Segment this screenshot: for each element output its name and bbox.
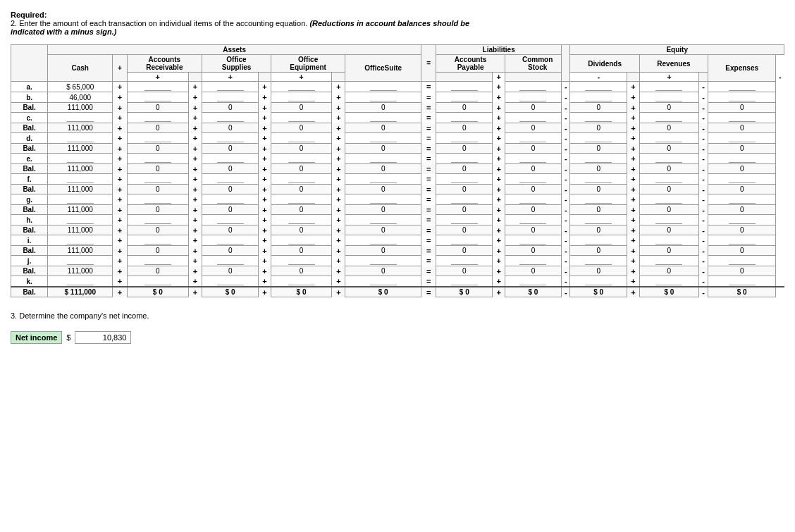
row-d-div-input[interactable] (585, 134, 612, 142)
row-f-supplies-input[interactable] (217, 175, 244, 183)
row-d-equip-input[interactable] (288, 134, 315, 142)
row-g-supplies-input[interactable] (217, 195, 244, 204)
row-c-ar-input[interactable] (144, 113, 171, 122)
row-b-ap-input[interactable] (451, 93, 478, 101)
row-b-ar-input[interactable] (144, 93, 171, 101)
row-h-equip-input[interactable] (288, 216, 315, 224)
row-f-stock-input[interactable] (519, 175, 546, 183)
row-g-ar-input[interactable] (144, 195, 171, 204)
row-i-rev-input[interactable] (655, 236, 682, 245)
row-j-cash-input[interactable] (67, 256, 94, 265)
row-i-suite-input[interactable] (370, 236, 397, 245)
row-e-rev-input[interactable] (655, 154, 682, 163)
row-f-rev-input[interactable] (655, 175, 682, 183)
row-h-stock-input[interactable] (519, 216, 546, 224)
row-f-div-input[interactable] (585, 175, 612, 183)
row-e-ar-input[interactable] (144, 154, 171, 163)
row-f-cash-input[interactable] (67, 175, 94, 183)
row-b-stock-input[interactable] (519, 93, 546, 101)
row-j-ap-input[interactable] (451, 256, 478, 265)
row-i-equip-input[interactable] (288, 236, 315, 245)
row-c-rev-input[interactable] (655, 113, 682, 122)
row-j-suite-input[interactable] (370, 256, 397, 265)
row-f-equip-input[interactable] (288, 175, 315, 183)
row-d-suite-input[interactable] (370, 134, 397, 142)
row-i-div-input[interactable] (585, 236, 612, 245)
row-g-stock-input[interactable] (519, 195, 546, 204)
row-d-stock-input[interactable] (519, 134, 546, 142)
row-h-cash-input[interactable] (67, 216, 94, 224)
row-e-exp-input[interactable] (729, 154, 756, 163)
row-e-equip-input[interactable] (288, 154, 315, 163)
row-k-div-input[interactable] (585, 277, 612, 285)
row-j-exp-input[interactable] (729, 256, 756, 265)
row-i-stock-input[interactable] (519, 236, 546, 245)
row-e-supplies-input[interactable] (217, 154, 244, 163)
row-c-ap-input[interactable] (451, 113, 478, 122)
row-g-suite-input[interactable] (370, 195, 397, 204)
row-k-cash-input[interactable] (67, 277, 94, 285)
row-f-ar-input[interactable] (144, 175, 171, 183)
row-e-cash-input[interactable] (67, 154, 94, 163)
row-e-suite-input[interactable] (370, 154, 397, 163)
row-j-equip-input[interactable] (288, 256, 315, 265)
row-h-ar-input[interactable] (144, 216, 171, 224)
row-c-stock-input[interactable] (519, 113, 546, 122)
row-h-rev-input[interactable] (655, 216, 682, 224)
row-d-cash-input[interactable] (67, 134, 94, 142)
row-d-supplies-input[interactable] (217, 134, 244, 142)
row-g-div-input[interactable] (585, 195, 612, 204)
row-a-ar-input[interactable] (144, 82, 171, 91)
row-e-ap-input[interactable] (451, 154, 478, 163)
row-g-rev-input[interactable] (655, 195, 682, 204)
row-b-exp-input[interactable] (729, 93, 756, 101)
row-f-suite-input[interactable] (370, 175, 397, 183)
row-a-exp-input[interactable] (729, 82, 756, 91)
row-g-equip-input[interactable] (288, 195, 315, 204)
row-h-suite-input[interactable] (370, 216, 397, 224)
row-h-ap-input[interactable] (451, 216, 478, 224)
row-c-supplies-input[interactable] (217, 113, 244, 122)
row-a-supplies-input[interactable] (217, 82, 244, 91)
row-k-equip-input[interactable] (288, 277, 315, 285)
row-d-ar-input[interactable] (144, 134, 171, 142)
row-b-rev-input[interactable] (655, 93, 682, 101)
row-j-ar-input[interactable] (144, 256, 171, 265)
row-i-ap-input[interactable] (451, 236, 478, 245)
row-a-rev-input[interactable] (655, 82, 682, 91)
row-b-suite-input[interactable] (370, 93, 397, 101)
row-h-supplies-input[interactable] (217, 216, 244, 224)
row-h-div-input[interactable] (585, 216, 612, 224)
row-e-div-input[interactable] (585, 154, 612, 163)
row-f-ap-input[interactable] (451, 175, 478, 183)
row-j-rev-input[interactable] (655, 256, 682, 265)
row-j-div-input[interactable] (585, 256, 612, 265)
row-a-div-input[interactable] (585, 82, 612, 91)
row-c-div-input[interactable] (585, 113, 612, 122)
row-d-rev-input[interactable] (655, 134, 682, 142)
row-d-ap-input[interactable] (451, 134, 478, 142)
row-c-cash-input[interactable] (67, 113, 94, 122)
row-k-supplies-input[interactable] (217, 277, 244, 285)
row-g-exp-input[interactable] (729, 195, 756, 204)
row-a-stock-input[interactable] (519, 82, 546, 91)
row-b-supplies-input[interactable] (217, 93, 244, 101)
row-i-cash-input[interactable] (67, 236, 94, 245)
row-a-ap-input[interactable] (451, 82, 478, 91)
row-a-suite-input[interactable] (370, 82, 397, 91)
row-c-exp-input[interactable] (729, 113, 756, 122)
row-g-ap-input[interactable] (451, 195, 478, 204)
row-k-rev-input[interactable] (655, 277, 682, 285)
row-h-exp-input[interactable] (729, 216, 756, 224)
row-k-exp-input[interactable] (729, 277, 756, 285)
row-f-exp-input[interactable] (729, 175, 756, 183)
row-b-equip-input[interactable] (288, 93, 315, 101)
row-i-supplies-input[interactable] (217, 236, 244, 245)
row-d-exp-input[interactable] (729, 134, 756, 142)
row-j-stock-input[interactable] (519, 256, 546, 265)
row-b-div-input[interactable] (585, 93, 612, 101)
row-i-ar-input[interactable] (144, 236, 171, 245)
row-k-suite-input[interactable] (370, 277, 397, 285)
row-k-ap-input[interactable] (451, 277, 478, 285)
row-c-equip-input[interactable] (288, 113, 315, 122)
